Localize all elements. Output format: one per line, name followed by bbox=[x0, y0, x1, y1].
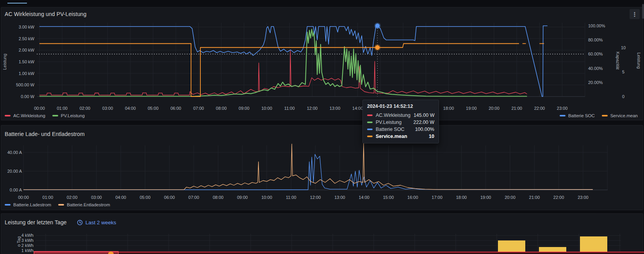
legend-item-pv-leistung[interactable]: PV.Leistung bbox=[52, 113, 85, 118]
legend-color-dash bbox=[58, 204, 64, 206]
x-axis-tick: 22:00 bbox=[534, 106, 545, 111]
tooltip-row-pv-leistung: PV.Leistung222.00 W bbox=[363, 119, 439, 126]
legend-label: Batterie.Entladestrom bbox=[67, 202, 110, 207]
ac-pv-chart-canvas[interactable]: 3.00 kW2.50 kW2.00 kW1.50 kW1.00 kW500.0… bbox=[0, 7, 644, 120]
tooltip-series-label: Service.mean bbox=[376, 134, 407, 139]
legend-color-dash bbox=[560, 115, 566, 116]
chart-tooltip: 2024-01-23 14:52:12 AC.Wirkleistung145.0… bbox=[362, 100, 439, 143]
x-axis-tick: 08:00 bbox=[216, 106, 227, 111]
y-axis-tick: 3 kWh bbox=[21, 238, 34, 243]
legend-label: Batterie SOC bbox=[568, 113, 595, 118]
legend-color-dash bbox=[52, 115, 58, 116]
hover-point-soc bbox=[375, 24, 380, 28]
y-axis-tick: 1 kWh bbox=[21, 248, 34, 253]
x-axis-tick: 11:00 bbox=[284, 106, 295, 111]
cutoff-sparkline-above bbox=[7, 3, 27, 4]
x-axis-tick: 23:00 bbox=[557, 106, 568, 111]
x-axis-tick: 00:00 bbox=[18, 195, 29, 200]
x-axis-tick: 10:00 bbox=[261, 106, 272, 111]
tooltip-series-value: 100.00% bbox=[415, 127, 434, 132]
x-axis-tick: 04:00 bbox=[125, 106, 136, 111]
x-axis-tick: 14:00 bbox=[359, 195, 369, 200]
daily-energy-bar[interactable] bbox=[580, 236, 607, 254]
tooltip-row-service-mean: Service.mean10 bbox=[363, 133, 439, 140]
x-axis-tick: 01:00 bbox=[57, 106, 68, 111]
tooltip-series-dash bbox=[367, 114, 373, 116]
x-axis-tick: 08:00 bbox=[213, 195, 224, 200]
tooltip-series-value: 222.00 W bbox=[413, 120, 434, 125]
legend-color-dash bbox=[5, 115, 11, 116]
x-axis-tick: 21:00 bbox=[511, 106, 522, 111]
series-batterie-ladestrom bbox=[23, 154, 593, 190]
x-axis-tick: 07:00 bbox=[193, 106, 204, 111]
x-axis-tick: 06:00 bbox=[164, 195, 175, 200]
tooltip-series-label: PV.Leistung bbox=[376, 120, 401, 125]
x-axis-tick: 10:00 bbox=[261, 195, 272, 200]
tooltip-timestamp: 2024-01-23 14:52:12 bbox=[363, 102, 439, 112]
x-axis-tick: 02:00 bbox=[80, 106, 91, 111]
x-axis-tick: 13:00 bbox=[330, 106, 341, 111]
tooltip-series-value: 145.00 W bbox=[414, 113, 435, 118]
x-axis-tick: 18:00 bbox=[443, 106, 454, 111]
y-axis-tick: 0.00 A bbox=[10, 188, 22, 192]
tooltip-row-batterie-soc: Batterie SOC100.00% bbox=[363, 126, 439, 133]
tooltip-series-dash bbox=[367, 122, 373, 123]
hover-point-service bbox=[375, 45, 380, 50]
x-axis-tick: 14:00 bbox=[352, 106, 363, 111]
scrollbar-thumb[interactable] bbox=[642, 4, 644, 19]
tooltip-series-value: 10 bbox=[429, 134, 434, 139]
y-axis-left-tick: 0.00 W bbox=[21, 94, 34, 99]
tooltip-series-label: Batterie SOC bbox=[376, 127, 405, 132]
x-axis-tick: 16:00 bbox=[407, 195, 418, 200]
y-axis-left-tick: 3.00 kW bbox=[19, 25, 35, 29]
x-axis-tick: 20:00 bbox=[489, 106, 500, 111]
y-axis-tick: 4 kWh bbox=[21, 233, 34, 238]
x-axis-tick: 18:00 bbox=[456, 195, 467, 200]
grafana-dashboard: { "page": {"background": "#0c0d11", "acc… bbox=[0, 0, 644, 254]
legend-battery: Batterie.LadestromBatterie.Entladestrom bbox=[5, 202, 110, 207]
red-series-highlight-segment[interactable] bbox=[34, 252, 118, 254]
y-axis-tick: 20.00 A bbox=[7, 169, 22, 174]
y-axis-left-tick: 2.00 kW bbox=[19, 48, 35, 52]
y-axis-left-title: Leistung bbox=[2, 54, 7, 70]
tooltip-series-dash bbox=[367, 129, 373, 131]
y-axis-left-tick: 2.50 kW bbox=[19, 36, 35, 41]
y-axis-capacity-tick: 20.00% bbox=[588, 80, 603, 85]
x-axis-tick: 06:00 bbox=[170, 106, 181, 111]
legend-item-ac-wirkleistung[interactable]: AC.Wirkleistung bbox=[5, 113, 45, 118]
x-axis-tick: 11:00 bbox=[286, 195, 296, 200]
legend-item-service-mean[interactable]: Service.mean bbox=[602, 113, 638, 118]
series-ac-wirkleistung bbox=[39, 50, 527, 95]
battery-chart-canvas[interactable]: 40.00 A20.00 A0.00 A00:0001:0002:0003:00… bbox=[0, 125, 644, 210]
y-axis-left-tick: 1.00 kW bbox=[19, 71, 35, 76]
x-axis-tick: 09:00 bbox=[239, 106, 250, 111]
y-axis-left-tick: 500.00 W bbox=[16, 82, 35, 87]
x-axis-tick: 22:00 bbox=[553, 195, 564, 200]
y-axis-tick: 2 kWh bbox=[21, 243, 34, 248]
series-service-mean bbox=[39, 44, 519, 97]
x-axis-tick: 03:00 bbox=[91, 195, 102, 200]
daily-energy-chart-canvas[interactable]: 4 kWh3 kWh2 kWh1 kWho Tag bbox=[0, 213, 644, 254]
y-axis-capacity-tick: 100.00% bbox=[588, 23, 605, 28]
x-axis-tick: 21:00 bbox=[529, 195, 540, 200]
x-axis-tick: 17:00 bbox=[432, 195, 442, 200]
x-axis-tick: 01:00 bbox=[43, 195, 54, 200]
tooltip-series-label: AC.Wirkleistung bbox=[376, 113, 410, 118]
y-axis-tick: 40.00 A bbox=[7, 150, 22, 155]
x-axis-tick: 05:00 bbox=[140, 195, 151, 200]
x-axis-tick: 07:00 bbox=[188, 195, 199, 200]
y-axis-title-partial: o Tag bbox=[16, 236, 21, 247]
y-axis-left-tick: 1.50 kW bbox=[19, 59, 35, 64]
x-axis-tick: 04:00 bbox=[115, 195, 126, 200]
x-axis-tick: 13:00 bbox=[334, 195, 345, 200]
legend-color-dash bbox=[602, 115, 608, 116]
x-axis-tick: 03:00 bbox=[102, 106, 113, 111]
red-series-band bbox=[34, 252, 644, 254]
legend-item-batterie-ladestrom[interactable]: Batterie.Ladestrom bbox=[5, 202, 51, 207]
x-axis-tick: 19:00 bbox=[466, 106, 477, 111]
y-axis-service-tick: 0 bbox=[622, 94, 624, 99]
series-batterie-entladestrom bbox=[23, 143, 593, 190]
legend-item-batterie-entladestrom[interactable]: Batterie.Entladestrom bbox=[58, 202, 110, 207]
tooltip-series-dash bbox=[367, 136, 373, 138]
legend-item-batterie-soc[interactable]: Batterie SOC bbox=[560, 113, 595, 118]
